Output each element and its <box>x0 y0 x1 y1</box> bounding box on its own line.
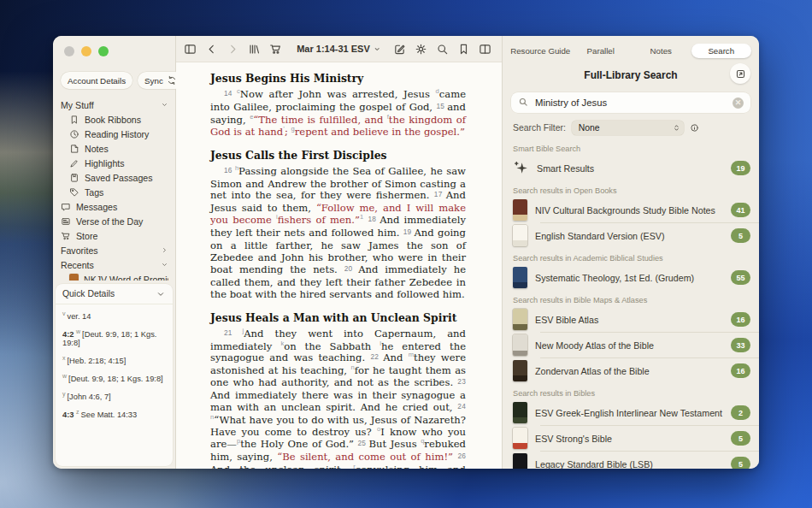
reader-pane: Mar 1:14-31 ESV Jesus Begins His Ministr… <box>176 36 503 469</box>
sidebar-group-recents[interactable]: Recents <box>61 257 172 272</box>
footnote-marker: z <box>76 409 79 415</box>
sidebar-item-verse-of-the-day[interactable]: Verse of the Day <box>61 214 172 228</box>
search-result-row[interactable]: English Standard Version (ESV)5 <box>503 223 759 248</box>
quick-details-header[interactable]: Quick Details <box>56 284 173 304</box>
footnote-marker: v <box>62 310 66 316</box>
search-result-row[interactable]: ESV Bible Atlas16 <box>503 307 759 332</box>
compose-icon[interactable] <box>393 43 406 56</box>
sidebar-item-tags[interactable]: Tags <box>61 185 172 199</box>
search-result-title: English Standard Version (ESV) <box>535 231 723 241</box>
clock-icon <box>69 129 79 139</box>
window-zoom-button[interactable] <box>98 46 109 56</box>
sidebar-group-favorites[interactable]: Favorites <box>61 243 172 257</box>
book-cover-icon <box>513 360 527 381</box>
search-result-row[interactable]: Systematic Theology, 1st Ed. (Grudem)55 <box>503 265 759 290</box>
footnote-text: ver. 14 <box>68 312 91 321</box>
sidebar-group-label: Recents <box>61 260 94 270</box>
open-in-window-button[interactable] <box>730 63 750 84</box>
account-details-button[interactable]: Account Details <box>61 72 132 89</box>
info-icon[interactable] <box>690 123 699 133</box>
footnote-text: See Matt. 14:33 <box>81 411 138 419</box>
sidebar-item-messages[interactable]: Messages <box>61 199 172 214</box>
footnote-ref: 4:3 <box>62 411 76 419</box>
sidebar-item-book-ribbons[interactable]: Book Ribbons <box>61 112 172 127</box>
search-result-title: Legacy Standard Bible (LSB) <box>535 459 723 470</box>
search-result-row[interactable]: New Moody Atlas of the Bible33 <box>503 333 759 357</box>
sidebar-item-label: Book Ribbons <box>85 115 141 125</box>
note-icon <box>69 144 79 154</box>
sidebar-nav: My StuffBook RibbonsReading HistoryNotes… <box>53 93 175 281</box>
search-field: ✕ <box>511 92 750 113</box>
tab-resource-guide[interactable]: Resource Guide <box>510 44 571 58</box>
search-icon <box>518 95 528 110</box>
cart-icon <box>61 231 71 241</box>
toolbar-right-icons <box>393 43 491 56</box>
reader-toolbar: Mar 1:14-31 ESV <box>176 36 502 62</box>
results-section-header: Search results in Bibles <box>503 383 759 400</box>
footnote-row: 4:3 zSee Matt. 14:33 <box>62 409 166 419</box>
book-cover-icon <box>513 428 527 449</box>
chevron-left-icon[interactable] <box>205 43 218 56</box>
study-panel: Resource GuideParallelNotesSearch Full-L… <box>503 36 759 469</box>
sparkle-icon <box>513 160 529 176</box>
footnote-marker: w <box>62 373 67 379</box>
results-section-header: Search results in Academic Biblical Stud… <box>503 248 759 265</box>
search-results: Smart Bible SearchSmart Results19Search … <box>503 137 759 469</box>
sidebar-item-notes[interactable]: Notes <box>61 141 172 156</box>
recent-book[interactable]: NKJV Word of Promise Audio... <box>61 272 172 281</box>
search-result-title: Smart Results <box>537 163 723 174</box>
passage-reference: Mar 1:14-31 ESV <box>297 44 370 54</box>
footnote-text: [John 4:6, 7] <box>68 393 111 401</box>
sidebar-item-label: Highlights <box>85 158 125 168</box>
verse-icon <box>61 216 71 227</box>
sidebar-toggle-icon[interactable] <box>184 43 197 56</box>
tab-notes[interactable]: Notes <box>631 44 691 58</box>
recent-book-label: NKJV Word of Promise Audio... <box>84 275 168 281</box>
sidebar-group-label: My Stuff <box>61 100 94 110</box>
search-result-title: NIV Cultural Backgrounds Study Bible Not… <box>535 205 723 216</box>
bookmark-icon <box>69 115 79 125</box>
window-minimize-button[interactable] <box>81 46 91 56</box>
tab-search[interactable]: Search <box>691 44 752 58</box>
highlight-icon <box>69 158 79 168</box>
tab-parallel[interactable]: Parallel <box>571 44 632 58</box>
footnote-marker: y <box>62 391 66 397</box>
sidebar-item-label: Messages <box>76 202 117 212</box>
result-count-badge: 16 <box>731 363 750 378</box>
search-result-row[interactable]: Zondervan Atlas of the Bible16 <box>503 358 759 383</box>
result-count-badge: 5 <box>731 431 750 446</box>
book-cover-icon <box>513 334 527 356</box>
clear-search-icon[interactable]: ✕ <box>733 97 744 109</box>
bookmark-icon[interactable] <box>457 43 470 56</box>
gear-icon[interactable] <box>415 43 427 56</box>
sidebar-group-my-stuff[interactable]: My Stuff <box>61 97 172 112</box>
search-result-title: ESV Bible Atlas <box>535 315 723 325</box>
passage-reference-dropdown[interactable]: Mar 1:14-31 ESV <box>297 44 381 54</box>
sidebar-item-highlights[interactable]: Highlights <box>61 156 172 170</box>
sidebar-item-reading-history[interactable]: Reading History <box>61 127 172 141</box>
cart-icon[interactable] <box>269 43 282 56</box>
search-result-row[interactable]: Smart Results19 <box>503 156 759 180</box>
footnotes-list: vver. 144:2 w[Deut. 9:9, 18; 1 Kgs. 19:8… <box>56 304 173 426</box>
search-result-row[interactable]: NIV Cultural Backgrounds Study Bible Not… <box>503 198 759 222</box>
chevron-right-icon[interactable] <box>227 43 239 56</box>
search-result-title: ESV Greek-English Interlinear New Testam… <box>535 408 723 418</box>
sidebar-item-store[interactable]: Store <box>61 228 172 243</box>
split-view-icon[interactable] <box>479 43 491 56</box>
window-close-button[interactable] <box>64 46 74 56</box>
search-result-row[interactable]: ESV Greek-English Interlinear New Testam… <box>503 400 759 425</box>
search-input[interactable] <box>533 97 727 109</box>
library-icon[interactable] <box>248 43 261 56</box>
footnote-row: 4:2 w[Deut. 9:9, 18; 1 Kgs. 19:8] <box>62 328 166 347</box>
search-icon[interactable] <box>436 43 449 56</box>
search-result-row[interactable]: Legacy Standard Bible (LSB)5 <box>503 452 759 469</box>
quick-details-label: Quick Details <box>62 289 115 298</box>
sidebar-item-label: Notes <box>85 144 109 154</box>
search-filter-select[interactable]: None <box>572 121 684 135</box>
account-row: Account Details Sync <box>53 65 175 93</box>
search-result-row[interactable]: ESV Strong's Bible5 <box>503 426 759 451</box>
scripture-paragraph: 16 hPassing alongside the Sea of Galilee… <box>210 166 466 301</box>
book-cover-icon <box>513 309 527 330</box>
scripture-paragraph: 14 cNow after John was arrested, Jesus d… <box>210 89 466 139</box>
sidebar-item-saved-passages[interactable]: Saved Passages <box>61 170 172 185</box>
